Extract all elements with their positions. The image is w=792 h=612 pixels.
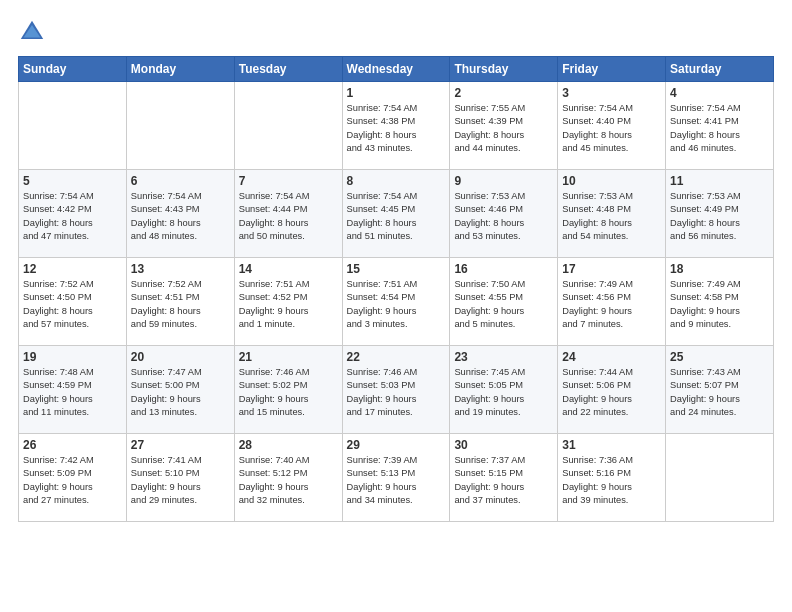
day-info: Sunrise: 7:47 AM Sunset: 5:00 PM Dayligh… [131,366,230,420]
day-number: 27 [131,438,230,452]
day-number: 29 [347,438,446,452]
day-number: 26 [23,438,122,452]
calendar-cell: 4Sunrise: 7:54 AM Sunset: 4:41 PM Daylig… [666,82,774,170]
day-number: 8 [347,174,446,188]
day-info: Sunrise: 7:41 AM Sunset: 5:10 PM Dayligh… [131,454,230,508]
calendar-cell: 27Sunrise: 7:41 AM Sunset: 5:10 PM Dayli… [126,434,234,522]
day-info: Sunrise: 7:48 AM Sunset: 4:59 PM Dayligh… [23,366,122,420]
day-info: Sunrise: 7:36 AM Sunset: 5:16 PM Dayligh… [562,454,661,508]
day-number: 22 [347,350,446,364]
day-number: 19 [23,350,122,364]
day-number: 1 [347,86,446,100]
day-info: Sunrise: 7:44 AM Sunset: 5:06 PM Dayligh… [562,366,661,420]
day-info: Sunrise: 7:51 AM Sunset: 4:54 PM Dayligh… [347,278,446,332]
calendar-cell: 29Sunrise: 7:39 AM Sunset: 5:13 PM Dayli… [342,434,450,522]
logo [18,18,50,46]
day-number: 23 [454,350,553,364]
day-number: 25 [670,350,769,364]
page: SundayMondayTuesdayWednesdayThursdayFrid… [0,0,792,612]
weekday-header-monday: Monday [126,57,234,82]
day-info: Sunrise: 7:49 AM Sunset: 4:56 PM Dayligh… [562,278,661,332]
day-number: 5 [23,174,122,188]
day-info: Sunrise: 7:43 AM Sunset: 5:07 PM Dayligh… [670,366,769,420]
calendar-cell: 5Sunrise: 7:54 AM Sunset: 4:42 PM Daylig… [19,170,127,258]
weekday-header-thursday: Thursday [450,57,558,82]
calendar-cell: 17Sunrise: 7:49 AM Sunset: 4:56 PM Dayli… [558,258,666,346]
day-number: 6 [131,174,230,188]
day-number: 10 [562,174,661,188]
week-row-4: 19Sunrise: 7:48 AM Sunset: 4:59 PM Dayli… [19,346,774,434]
calendar-cell: 21Sunrise: 7:46 AM Sunset: 5:02 PM Dayli… [234,346,342,434]
calendar-cell [19,82,127,170]
weekday-header-friday: Friday [558,57,666,82]
week-row-3: 12Sunrise: 7:52 AM Sunset: 4:50 PM Dayli… [19,258,774,346]
weekday-header-tuesday: Tuesday [234,57,342,82]
calendar-cell: 1Sunrise: 7:54 AM Sunset: 4:38 PM Daylig… [342,82,450,170]
day-info: Sunrise: 7:55 AM Sunset: 4:39 PM Dayligh… [454,102,553,156]
calendar-cell: 6Sunrise: 7:54 AM Sunset: 4:43 PM Daylig… [126,170,234,258]
calendar-cell: 25Sunrise: 7:43 AM Sunset: 5:07 PM Dayli… [666,346,774,434]
calendar-cell: 24Sunrise: 7:44 AM Sunset: 5:06 PM Dayli… [558,346,666,434]
day-info: Sunrise: 7:46 AM Sunset: 5:02 PM Dayligh… [239,366,338,420]
day-info: Sunrise: 7:49 AM Sunset: 4:58 PM Dayligh… [670,278,769,332]
calendar-cell: 11Sunrise: 7:53 AM Sunset: 4:49 PM Dayli… [666,170,774,258]
calendar-cell: 10Sunrise: 7:53 AM Sunset: 4:48 PM Dayli… [558,170,666,258]
header [18,18,774,46]
calendar-cell: 30Sunrise: 7:37 AM Sunset: 5:15 PM Dayli… [450,434,558,522]
week-row-5: 26Sunrise: 7:42 AM Sunset: 5:09 PM Dayli… [19,434,774,522]
calendar-cell: 3Sunrise: 7:54 AM Sunset: 4:40 PM Daylig… [558,82,666,170]
day-number: 3 [562,86,661,100]
calendar-cell: 8Sunrise: 7:54 AM Sunset: 4:45 PM Daylig… [342,170,450,258]
day-number: 7 [239,174,338,188]
day-number: 15 [347,262,446,276]
calendar-cell: 22Sunrise: 7:46 AM Sunset: 5:03 PM Dayli… [342,346,450,434]
calendar-table: SundayMondayTuesdayWednesdayThursdayFrid… [18,56,774,522]
day-info: Sunrise: 7:53 AM Sunset: 4:49 PM Dayligh… [670,190,769,244]
day-info: Sunrise: 7:39 AM Sunset: 5:13 PM Dayligh… [347,454,446,508]
weekday-header-saturday: Saturday [666,57,774,82]
calendar-cell [234,82,342,170]
calendar-cell: 23Sunrise: 7:45 AM Sunset: 5:05 PM Dayli… [450,346,558,434]
day-number: 2 [454,86,553,100]
day-number: 31 [562,438,661,452]
day-info: Sunrise: 7:54 AM Sunset: 4:45 PM Dayligh… [347,190,446,244]
weekday-header-sunday: Sunday [19,57,127,82]
day-number: 28 [239,438,338,452]
calendar-cell: 15Sunrise: 7:51 AM Sunset: 4:54 PM Dayli… [342,258,450,346]
day-number: 17 [562,262,661,276]
day-info: Sunrise: 7:54 AM Sunset: 4:42 PM Dayligh… [23,190,122,244]
week-row-2: 5Sunrise: 7:54 AM Sunset: 4:42 PM Daylig… [19,170,774,258]
calendar-cell: 7Sunrise: 7:54 AM Sunset: 4:44 PM Daylig… [234,170,342,258]
day-number: 9 [454,174,553,188]
day-info: Sunrise: 7:54 AM Sunset: 4:44 PM Dayligh… [239,190,338,244]
day-info: Sunrise: 7:42 AM Sunset: 5:09 PM Dayligh… [23,454,122,508]
day-number: 4 [670,86,769,100]
day-info: Sunrise: 7:54 AM Sunset: 4:43 PM Dayligh… [131,190,230,244]
calendar-cell: 16Sunrise: 7:50 AM Sunset: 4:55 PM Dayli… [450,258,558,346]
day-info: Sunrise: 7:54 AM Sunset: 4:41 PM Dayligh… [670,102,769,156]
day-info: Sunrise: 7:50 AM Sunset: 4:55 PM Dayligh… [454,278,553,332]
calendar-cell: 28Sunrise: 7:40 AM Sunset: 5:12 PM Dayli… [234,434,342,522]
day-info: Sunrise: 7:52 AM Sunset: 4:51 PM Dayligh… [131,278,230,332]
day-number: 30 [454,438,553,452]
day-number: 24 [562,350,661,364]
weekday-header-wednesday: Wednesday [342,57,450,82]
day-number: 13 [131,262,230,276]
calendar-cell: 31Sunrise: 7:36 AM Sunset: 5:16 PM Dayli… [558,434,666,522]
day-info: Sunrise: 7:54 AM Sunset: 4:40 PM Dayligh… [562,102,661,156]
day-number: 18 [670,262,769,276]
day-info: Sunrise: 7:46 AM Sunset: 5:03 PM Dayligh… [347,366,446,420]
day-number: 21 [239,350,338,364]
day-info: Sunrise: 7:51 AM Sunset: 4:52 PM Dayligh… [239,278,338,332]
calendar-cell: 9Sunrise: 7:53 AM Sunset: 4:46 PM Daylig… [450,170,558,258]
calendar-cell: 12Sunrise: 7:52 AM Sunset: 4:50 PM Dayli… [19,258,127,346]
day-number: 12 [23,262,122,276]
day-info: Sunrise: 7:53 AM Sunset: 4:46 PM Dayligh… [454,190,553,244]
calendar-cell: 19Sunrise: 7:48 AM Sunset: 4:59 PM Dayli… [19,346,127,434]
calendar-cell: 26Sunrise: 7:42 AM Sunset: 5:09 PM Dayli… [19,434,127,522]
calendar-cell: 2Sunrise: 7:55 AM Sunset: 4:39 PM Daylig… [450,82,558,170]
day-info: Sunrise: 7:45 AM Sunset: 5:05 PM Dayligh… [454,366,553,420]
day-number: 11 [670,174,769,188]
day-info: Sunrise: 7:54 AM Sunset: 4:38 PM Dayligh… [347,102,446,156]
calendar-cell: 20Sunrise: 7:47 AM Sunset: 5:00 PM Dayli… [126,346,234,434]
